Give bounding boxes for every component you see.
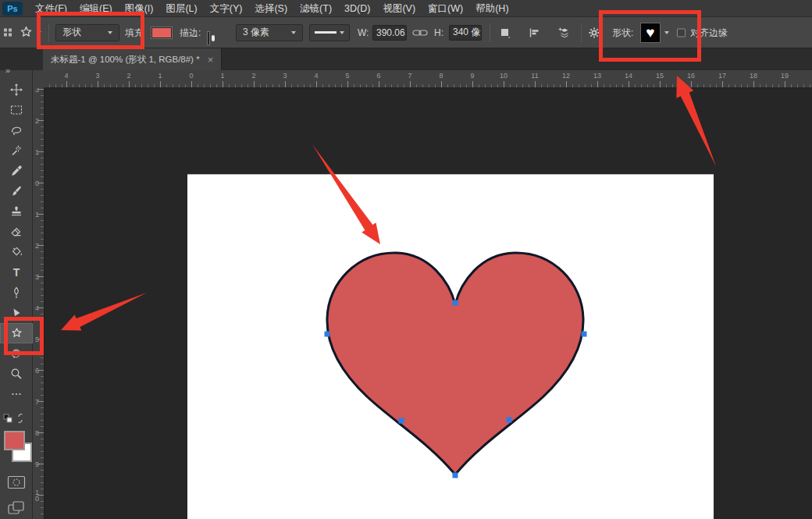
tool-preset-icon[interactable] [3, 27, 13, 37]
type-tool[interactable]: T [0, 262, 33, 283]
paint-bucket-icon [10, 246, 23, 258]
ruler-h-label: 6 [376, 72, 380, 80]
ruler-h-label: 2 [126, 72, 130, 80]
canvas[interactable] [187, 174, 714, 519]
heart-shape-icon: ♥ [646, 25, 654, 40]
menu-item[interactable]: 3D(D) [338, 0, 376, 17]
hand-tool[interactable] [0, 343, 33, 364]
align-edges-checkbox[interactable] [677, 28, 686, 37]
ruler-h-label: 12 [562, 72, 570, 80]
ruler-v-label: 2 [34, 243, 41, 249]
clone-stamp-tool[interactable] [0, 201, 33, 222]
lasso-icon [10, 124, 23, 137]
quick-selection-tool[interactable] [0, 140, 33, 161]
ruler-v-label: 0 [34, 180, 41, 187]
screen-mode-icon [7, 499, 26, 517]
ruler-v-label: 4 [34, 305, 41, 311]
ruler-h-label: 8 [439, 72, 443, 80]
close-icon[interactable]: × [208, 54, 214, 66]
zoom-tool[interactable] [0, 364, 33, 384]
path-operations-icon[interactable] [499, 27, 511, 39]
menu-item[interactable]: 帮助(H) [469, 0, 515, 17]
collapse-toolbar-icon[interactable]: » [5, 66, 10, 75]
move-tool[interactable] [0, 80, 33, 100]
ruler-h-label: 13 [593, 72, 601, 80]
shape-picker-swatch[interactable]: ♥ [640, 23, 661, 43]
toolbar: T [0, 70, 33, 519]
default-colors-icon[interactable] [3, 414, 27, 429]
ruler-h-label: 4 [64, 72, 68, 80]
ellipsis-icon [10, 388, 23, 400]
path-alignment-icon[interactable] [528, 27, 540, 39]
custom-shape-tool[interactable] [0, 323, 33, 343]
menu-item[interactable]: 图像(I) [119, 0, 160, 17]
type-icon: T [13, 267, 20, 278]
ruler-corner [33, 70, 45, 88]
menu-item[interactable]: 视图(V) [376, 0, 422, 17]
tool-options-chevron-icon[interactable] [37, 31, 41, 34]
stroke-style-dropdown[interactable] [309, 24, 350, 41]
path-selection-tool[interactable] [0, 303, 33, 323]
ruler-h-label: 0 [189, 72, 193, 80]
menu-item[interactable]: 滤镜(T) [294, 0, 338, 17]
ruler-h-label: 9 [470, 72, 474, 80]
tool-mode-dropdown[interactable]: 形状 [55, 24, 119, 41]
ruler-h-label: 3 [283, 72, 287, 80]
foreground-swatch[interactable] [4, 431, 25, 450]
ruler-h-label: 2 [251, 72, 255, 80]
move-icon [10, 84, 23, 96]
brush-tool[interactable] [0, 181, 33, 201]
stroke-swatch[interactable] [208, 32, 209, 44]
height-input[interactable]: 340 像素 [449, 25, 482, 41]
magnifier-icon [10, 368, 23, 380]
menu-item[interactable]: 编辑(E) [73, 0, 119, 17]
ruler-v-label: 9 [34, 461, 41, 467]
align-edges-label: 对齐边缘 [690, 26, 728, 39]
gear-icon[interactable] [588, 27, 600, 39]
tools-list: T [0, 80, 33, 404]
screen-mode-button[interactable] [7, 499, 26, 519]
pen-tool[interactable] [0, 283, 33, 303]
fill-swatch[interactable] [151, 27, 172, 38]
eraser-tool[interactable] [0, 222, 33, 242]
ruler-v-label: 10 [34, 489, 41, 502]
brush-icon [10, 185, 23, 197]
magic-wand-icon [10, 144, 23, 157]
menu-item[interactable]: 文字(Y) [204, 0, 249, 17]
stroke-label: 描边: [180, 26, 201, 39]
ruler-h-label: 10 [500, 72, 508, 80]
path-arrangement-icon[interactable] [557, 27, 571, 39]
ruler-h-label: 5 [345, 72, 349, 80]
menu-item[interactable]: 图层(L) [159, 0, 203, 17]
logo-text: Ps [7, 4, 17, 13]
menu-item[interactable]: 选择(S) [248, 0, 294, 17]
ruler-h-label: 19 [781, 72, 789, 80]
quick-mask-button[interactable] [7, 475, 26, 493]
ruler-horizontal: 4321012345678910111213141516171819 [33, 70, 812, 88]
quick-mask-icon [7, 475, 26, 490]
rectangular-marquee-tool[interactable] [0, 100, 33, 120]
link-dimensions-icon[interactable] [412, 28, 428, 37]
stroke-width-dropdown[interactable]: 3 像素 [236, 24, 303, 41]
width-input[interactable]: 390.06 [372, 25, 407, 41]
menu-item[interactable]: 窗口(W) [422, 0, 469, 17]
menu-item[interactable]: 文件(F) [29, 0, 73, 17]
ruler-h-label: 1 [158, 72, 162, 80]
ruler-h-label: 7 [408, 72, 411, 80]
height-label: H: [434, 27, 443, 38]
paint-bucket-tool[interactable] [0, 242, 33, 262]
document-tab[interactable]: 未标题-1 @ 100% (形状 1, RGB/8#) * × [43, 48, 222, 70]
eyedropper-tool[interactable] [0, 161, 33, 181]
lasso-tool[interactable] [0, 120, 33, 140]
ruler-h-label: 11 [531, 72, 538, 80]
ruler-h-label: 16 [687, 72, 695, 80]
ruler-v-label: 2 [34, 118, 41, 124]
options-bar: 形状 填充 描边: 3 像素 W: 390.06 H: 340 像素 [0, 17, 812, 48]
menubar: Ps 文件(F)编辑(E)图像(I)图层(L)文字(Y)选择(S)滤镜(T)3D… [0, 0, 812, 17]
pen-icon [10, 286, 23, 299]
shape-picker-label: 形状: [612, 26, 633, 39]
custom-shape-icon [10, 327, 23, 340]
shape-picker-chevron-icon[interactable] [664, 31, 669, 34]
more-tools[interactable] [0, 384, 33, 404]
ruler-h-label: 18 [750, 72, 757, 80]
